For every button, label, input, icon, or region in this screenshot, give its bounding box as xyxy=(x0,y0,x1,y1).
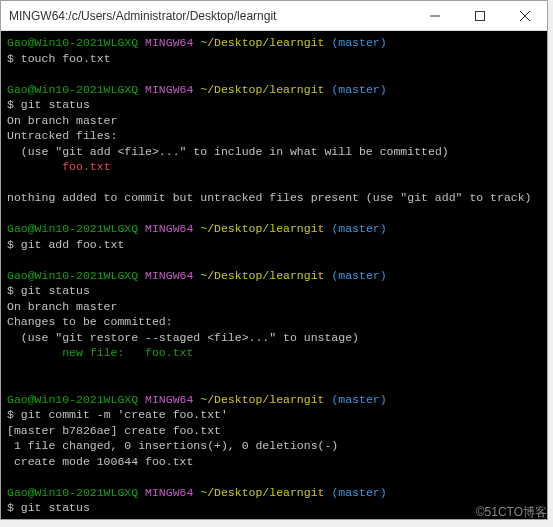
maximize-button[interactable] xyxy=(457,1,502,30)
command-line: $ git status xyxy=(7,500,541,516)
prompt-userhost: Gao@Win10-2021WLGXQ xyxy=(7,222,138,235)
minimize-button[interactable] xyxy=(412,1,457,30)
prompt-branch: (master) xyxy=(331,222,386,235)
output-line: nothing added to commit but untracked fi… xyxy=(7,190,541,206)
prompt-line: Gao@Win10-2021WLGXQ MINGW64 ~/Desktop/le… xyxy=(7,485,541,501)
output-line xyxy=(7,361,541,377)
output-line xyxy=(7,469,541,485)
prompt-line: Gao@Win10-2021WLGXQ MINGW64 ~/Desktop/le… xyxy=(7,35,541,51)
output-line: create mode 100644 foo.txt xyxy=(7,454,541,470)
prompt-env: MINGW64 xyxy=(145,269,193,282)
prompt-path: ~/Desktop/learngit xyxy=(200,393,324,406)
prompt-branch: (master) xyxy=(331,486,386,499)
prompt-path: ~/Desktop/learngit xyxy=(200,83,324,96)
prompt-env: MINGW64 xyxy=(145,83,193,96)
output-line: Untracked files: xyxy=(7,128,541,144)
window-title: MINGW64:/c/Users/Administrator/Desktop/l… xyxy=(9,9,412,23)
svg-rect-1 xyxy=(475,11,484,20)
output-line: On branch master xyxy=(7,516,541,519)
titlebar[interactable]: MINGW64:/c/Users/Administrator/Desktop/l… xyxy=(1,1,547,31)
output-line: Changes to be committed: xyxy=(7,314,541,330)
prompt-path: ~/Desktop/learngit xyxy=(200,36,324,49)
prompt-line: Gao@Win10-2021WLGXQ MINGW64 ~/Desktop/le… xyxy=(7,82,541,98)
prompt-env: MINGW64 xyxy=(145,222,193,235)
output-line xyxy=(7,66,541,82)
prompt-userhost: Gao@Win10-2021WLGXQ xyxy=(7,83,138,96)
prompt-line: Gao@Win10-2021WLGXQ MINGW64 ~/Desktop/le… xyxy=(7,392,541,408)
command-line: $ git commit -m 'create foo.txt' xyxy=(7,407,541,423)
prompt-env: MINGW64 xyxy=(145,36,193,49)
command-line: $ git add foo.txt xyxy=(7,237,541,253)
output-line: (use "git restore --staged <file>..." to… xyxy=(7,330,541,346)
prompt-env: MINGW64 xyxy=(145,393,193,406)
prompt-branch: (master) xyxy=(331,36,386,49)
prompt-line: Gao@Win10-2021WLGXQ MINGW64 ~/Desktop/le… xyxy=(7,221,541,237)
output-line: On branch master xyxy=(7,113,541,129)
prompt-branch: (master) xyxy=(331,83,386,96)
output-line xyxy=(7,252,541,268)
terminal-body[interactable]: Gao@Win10-2021WLGXQ MINGW64 ~/Desktop/le… xyxy=(1,31,547,519)
prompt-userhost: Gao@Win10-2021WLGXQ xyxy=(7,36,138,49)
terminal-window: MINGW64:/c/Users/Administrator/Desktop/l… xyxy=(0,0,548,520)
command-line: $ git status xyxy=(7,97,541,113)
prompt-branch: (master) xyxy=(331,269,386,282)
output-line xyxy=(7,206,541,222)
prompt-userhost: Gao@Win10-2021WLGXQ xyxy=(7,269,138,282)
prompt-path: ~/Desktop/learngit xyxy=(200,486,324,499)
output-line xyxy=(7,376,541,392)
prompt-env: MINGW64 xyxy=(145,486,193,499)
command-line: $ git status xyxy=(7,283,541,299)
output-line xyxy=(7,175,541,191)
output-line: 1 file changed, 0 insertions(+), 0 delet… xyxy=(7,438,541,454)
output-line: [master b7826ae] create foo.txt xyxy=(7,423,541,439)
prompt-path: ~/Desktop/learngit xyxy=(200,222,324,235)
window-controls xyxy=(412,1,547,30)
close-button[interactable] xyxy=(502,1,547,30)
prompt-userhost: Gao@Win10-2021WLGXQ xyxy=(7,393,138,406)
output-line: new file: foo.txt xyxy=(7,345,541,361)
prompt-line: Gao@Win10-2021WLGXQ MINGW64 ~/Desktop/le… xyxy=(7,268,541,284)
output-line: foo.txt xyxy=(7,159,541,175)
prompt-userhost: Gao@Win10-2021WLGXQ xyxy=(7,486,138,499)
output-line: On branch master xyxy=(7,299,541,315)
prompt-path: ~/Desktop/learngit xyxy=(200,269,324,282)
command-line: $ touch foo.txt xyxy=(7,51,541,67)
output-line: (use "git add <file>..." to include in w… xyxy=(7,144,541,160)
prompt-branch: (master) xyxy=(331,393,386,406)
